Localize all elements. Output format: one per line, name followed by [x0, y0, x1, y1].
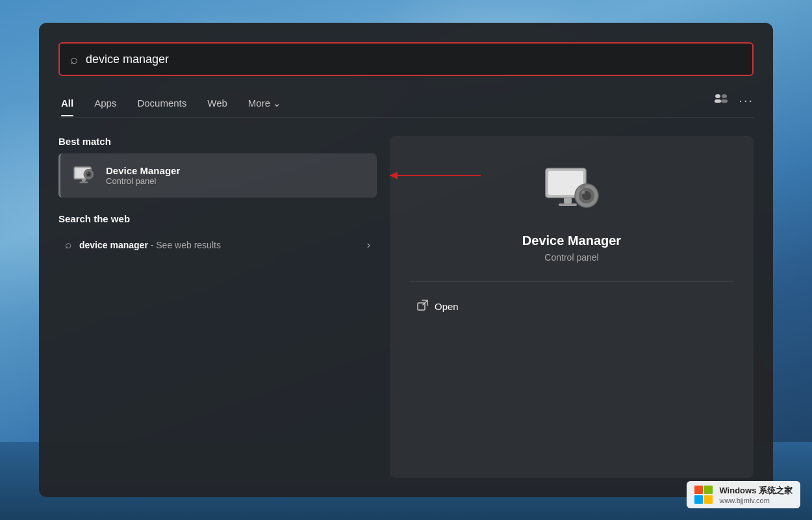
watermark-text: Windows 系统之家 www.bjjmlv.com	[719, 485, 793, 504]
filter-tabs: All Apps Documents Web More ⌄ ···	[58, 92, 754, 118]
svg-point-9	[87, 173, 88, 174]
web-search-icon: ⌕	[65, 239, 71, 252]
svg-rect-18	[564, 198, 572, 203]
device-manager-icon-large	[542, 162, 601, 220]
windows-logo-icon	[694, 486, 713, 504]
win-logo-q2	[704, 486, 713, 494]
best-match-subtitle: Control panel	[106, 176, 180, 186]
tab-all[interactable]: All	[58, 92, 84, 116]
win-logo-q4	[704, 495, 713, 504]
annotation-arrow	[390, 175, 481, 176]
svg-rect-11	[79, 182, 88, 183]
open-button-row[interactable]: Open	[409, 294, 734, 318]
tab-apps[interactable]: Apps	[84, 92, 127, 116]
open-label: Open	[435, 301, 459, 312]
best-match-text: Device Manager Control panel	[106, 165, 180, 186]
svg-rect-10	[82, 179, 86, 182]
win-logo-q3	[694, 495, 703, 504]
best-match-label: Best match	[58, 136, 377, 147]
arrow-annotation	[390, 175, 481, 176]
search-web-section: Search the web ⌕ device manager - See we…	[58, 213, 377, 259]
web-search-chevron-icon: ›	[367, 239, 370, 251]
panel-divider	[409, 281, 734, 281]
watermark-url: www.bjjmlv.com	[719, 497, 793, 504]
right-detail-panel: Device Manager Control panel Open	[390, 136, 754, 478]
svg-rect-2	[722, 94, 727, 98]
svg-rect-1	[715, 99, 721, 103]
best-match-section: Best match	[58, 136, 377, 198]
tab-more[interactable]: More ⌄	[238, 92, 292, 117]
tab-web[interactable]: Web	[197, 92, 238, 116]
search-profile-icon[interactable]	[714, 92, 728, 109]
web-search-text: device manager - See web results	[79, 240, 221, 250]
tab-documents[interactable]: Documents	[127, 92, 197, 116]
best-match-item[interactable]: Device Manager Control panel	[58, 153, 377, 198]
chevron-down-icon: ⌄	[273, 98, 281, 109]
search-results-area: Best match	[58, 136, 754, 478]
windows-search-panel: ⌕ All Apps Documents Web More ⌄ ···	[39, 23, 773, 497]
right-panel-subtitle: Control panel	[544, 252, 598, 263]
search-bar[interactable]: ⌕	[58, 42, 754, 76]
svg-rect-20	[580, 185, 585, 188]
right-panel-title: Device Manager	[522, 233, 621, 248]
search-web-label: Search the web	[58, 213, 377, 224]
svg-point-17	[582, 191, 585, 194]
best-match-title: Device Manager	[106, 165, 180, 176]
win-logo-q1	[694, 486, 703, 494]
device-manager-icon-small	[71, 162, 97, 188]
svg-rect-0	[715, 94, 720, 98]
watermark: Windows 系统之家 www.bjjmlv.com	[687, 481, 800, 508]
more-options-icon[interactable]: ···	[739, 93, 754, 108]
left-results-panel: Best match	[58, 136, 377, 478]
search-input[interactable]	[86, 53, 742, 66]
svg-rect-19	[559, 203, 577, 206]
web-search-item[interactable]: ⌕ device manager - See web results ›	[58, 231, 377, 259]
search-icon: ⌕	[70, 52, 78, 67]
open-external-icon	[417, 300, 428, 313]
watermark-title: Windows 系统之家	[719, 485, 793, 497]
svg-rect-3	[721, 99, 728, 103]
